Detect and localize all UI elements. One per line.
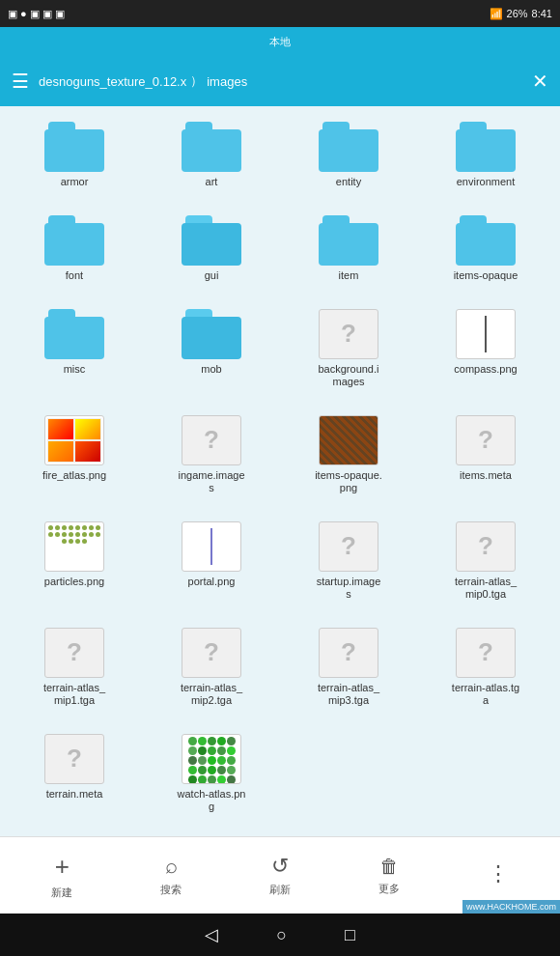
file-icon: ?	[456, 628, 516, 678]
particle-dot	[62, 532, 67, 537]
list-item[interactable]: ? terrain-atlas_mip2.tga	[145, 622, 278, 720]
watch-cell	[188, 756, 197, 765]
navigation-bar: ☰ desnoguns_texture_0.12.x ） images ✕	[0, 56, 560, 106]
list-item[interactable]: compass.png	[419, 303, 552, 402]
watch-cell	[188, 737, 197, 745]
list-item[interactable]: armor	[8, 116, 141, 202]
folder-icon	[44, 215, 104, 266]
watch-cell	[198, 746, 207, 755]
watch-cell	[198, 775, 207, 784]
file-icon	[319, 415, 378, 465]
close-icon[interactable]: ✕	[532, 70, 548, 93]
file-label: background.images	[314, 363, 383, 388]
particle-dot	[89, 525, 94, 530]
list-item[interactable]: ? startup.images	[282, 516, 415, 614]
file-label: watch-atlas.png	[177, 788, 246, 813]
list-item[interactable]: mob	[145, 303, 278, 402]
list-item[interactable]: fire_atlas.png	[8, 409, 141, 508]
search-icon: ⌕	[165, 854, 178, 879]
unknown-file-marker: ?	[341, 319, 356, 349]
list-item[interactable]: environment	[419, 116, 552, 202]
file-label: items-opaque.png	[314, 469, 383, 494]
file-icon: ?	[456, 521, 516, 572]
list-item[interactable]: entity	[282, 116, 415, 202]
list-item[interactable]: item	[282, 210, 415, 295]
file-icon	[182, 521, 241, 572]
back-button[interactable]: ◁	[205, 924, 218, 945]
file-label: terrain-atlas.tga	[451, 682, 520, 707]
file-label: misc	[64, 363, 86, 376]
list-item[interactable]: ? terrain.meta	[8, 728, 141, 827]
file-label: terrain-atlas_mip1.tga	[40, 682, 109, 707]
delete-label: 更多	[378, 882, 400, 896]
list-item[interactable]: portal.png	[145, 516, 278, 614]
top-path-label: 本地	[269, 35, 291, 49]
particle-dot	[82, 525, 87, 530]
list-item[interactable]: ? ingame.images	[145, 409, 278, 508]
battery-text: 26%	[507, 8, 528, 19]
list-item[interactable]: watch-atlas.png	[145, 728, 278, 827]
particle-dot	[69, 539, 73, 544]
home-button[interactable]: ○	[276, 925, 287, 945]
particle-dot	[75, 539, 80, 544]
refresh-button[interactable]: ↺ 刷新	[269, 854, 291, 897]
list-item[interactable]: items-opaque	[419, 210, 552, 295]
watch-cell	[208, 756, 216, 765]
list-item[interactable]: ? items.meta	[419, 409, 552, 508]
file-icon: ?	[44, 734, 104, 784]
new-button[interactable]: + 新建	[51, 852, 72, 900]
list-item[interactable]: art	[145, 116, 278, 202]
particle-dot	[75, 525, 80, 530]
watch-cell	[188, 775, 197, 784]
watermark: www.HACKHOME.com	[462, 900, 560, 914]
list-item[interactable]: ? terrain-atlas_mip0.tga	[419, 516, 552, 614]
path-folder: desnoguns_texture_0.12.x	[39, 74, 186, 89]
menu-icon[interactable]: ☰	[12, 70, 29, 93]
portal-preview-line	[210, 528, 212, 565]
unknown-file-marker: ?	[478, 425, 493, 455]
delete-button[interactable]: 🗑 更多	[378, 856, 400, 896]
list-item[interactable]: gui	[145, 210, 278, 295]
unknown-file-marker: ?	[204, 637, 219, 667]
search-button[interactable]: ⌕ 搜索	[160, 854, 182, 897]
list-item[interactable]: font	[8, 210, 141, 295]
particle-dot	[48, 532, 53, 537]
list-item[interactable]: ? background.images	[282, 303, 415, 402]
watch-cell	[198, 737, 207, 745]
particle-dot	[82, 532, 87, 537]
list-item[interactable]: items-opaque.png	[282, 409, 415, 508]
file-grid: armor art entity environment font gui it…	[0, 106, 560, 836]
watch-cell	[208, 737, 216, 745]
file-icon	[44, 521, 104, 572]
watch-cell	[188, 766, 197, 774]
file-icon: ?	[319, 309, 378, 359]
recent-button[interactable]: □	[345, 925, 355, 945]
particle-dot	[55, 525, 60, 530]
file-label: startup.images	[314, 576, 383, 601]
list-item[interactable]: ? terrain-atlas_mip1.tga	[8, 622, 141, 720]
file-label: portal.png	[188, 576, 236, 588]
more-button[interactable]: ⋮	[488, 861, 509, 890]
status-bar-left: ▣ ● ▣ ▣ ▣	[8, 8, 65, 20]
list-item[interactable]: misc	[8, 303, 141, 402]
watch-cell	[227, 746, 236, 755]
watch-cell	[217, 775, 226, 784]
path-separator: ）	[190, 72, 203, 90]
watch-cell	[188, 746, 197, 755]
file-icon	[44, 415, 104, 465]
watch-cell	[198, 756, 207, 765]
folder-icon	[44, 309, 104, 359]
list-item[interactable]: particles.png	[8, 516, 141, 614]
new-label: 新建	[51, 886, 72, 900]
particle-dot	[69, 525, 73, 530]
breadcrumb-path: desnoguns_texture_0.12.x ） images	[39, 72, 522, 90]
file-icon	[456, 309, 516, 359]
list-item[interactable]: ? terrain-atlas.tga	[419, 622, 552, 720]
status-bar: ▣ ● ▣ ▣ ▣ 📶 26% 8:41	[0, 0, 560, 27]
watch-cell	[208, 766, 216, 774]
watch-cell	[217, 737, 226, 745]
app-icons: ▣ ● ▣ ▣ ▣	[8, 8, 65, 20]
list-item[interactable]: ? terrain-atlas_mip3.tga	[282, 622, 415, 720]
fire-preview	[47, 418, 101, 463]
watch-cell	[227, 775, 236, 784]
